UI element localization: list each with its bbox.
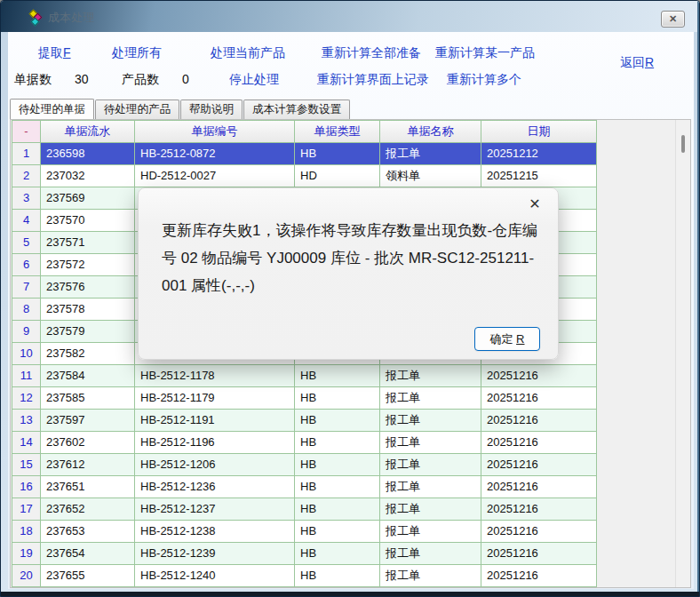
row-number-cell[interactable]: 6 <box>12 254 41 276</box>
row-number-cell[interactable]: 20 <box>12 565 41 587</box>
row-number-cell[interactable]: 12 <box>12 387 41 410</box>
table-cell[interactable]: 单据流水 <box>41 121 135 143</box>
scrollbar-thumb[interactable] <box>681 135 685 153</box>
tab-0[interactable]: 待处理的单据 <box>10 99 94 119</box>
table-cell[interactable]: 237584 <box>41 365 135 387</box>
table-cell[interactable]: HB <box>295 143 380 165</box>
process-current-product-button[interactable]: 处理当前产品 <box>211 45 285 61</box>
row-number-cell[interactable]: 8 <box>12 298 41 321</box>
table-cell[interactable]: HB <box>295 454 380 476</box>
table-cell[interactable]: 20251216 <box>481 565 597 587</box>
row-number-cell[interactable]: 5 <box>12 232 41 254</box>
table-cell[interactable]: 20251216 <box>481 476 597 498</box>
row-number-cell[interactable]: 10 <box>12 343 41 365</box>
table-cell[interactable]: 报工单 <box>380 387 481 410</box>
table-cell[interactable]: 报工单 <box>380 410 481 432</box>
table-cell[interactable]: 20251216 <box>481 454 597 476</box>
table-cell[interactable] <box>41 587 135 588</box>
table-cell[interactable]: 20251212 <box>481 143 597 165</box>
extract-button[interactable]: 提取F <box>38 45 71 61</box>
row-number-cell[interactable]: 1 <box>12 143 41 165</box>
row-number-cell[interactable]: 11 <box>12 365 41 387</box>
recalc-one-product-button[interactable]: 重新计算某一产品 <box>435 45 535 61</box>
table-cell[interactable] <box>135 587 295 588</box>
table-cell[interactable]: 单据编号 <box>135 121 295 143</box>
table-cell[interactable]: 领料单 <box>380 165 481 187</box>
table-cell[interactable]: 20251215 <box>481 165 597 187</box>
table-cell[interactable]: HB-2512-1179 <box>135 387 295 410</box>
table-cell[interactable]: 236598 <box>41 143 135 165</box>
window-close-icon[interactable]: ✕ <box>661 11 685 28</box>
table-cell[interactable]: HB-2512-1178 <box>135 365 295 387</box>
table-cell[interactable]: 报工单 <box>380 454 481 476</box>
table-cell[interactable]: 237652 <box>41 498 135 521</box>
table-cell[interactable]: 20251216 <box>481 410 597 432</box>
table-cell[interactable]: 20251216 <box>481 387 597 410</box>
return-button[interactable]: 返回R <box>620 55 654 71</box>
table-cell[interactable]: 237585 <box>41 387 135 410</box>
table-cell[interactable]: HB-2512-1196 <box>135 432 295 454</box>
table-cell[interactable]: HD-2512-0027 <box>135 165 295 187</box>
row-number-cell[interactable] <box>12 587 41 588</box>
row-number-cell[interactable]: 9 <box>12 321 41 343</box>
row-number-cell[interactable]: 18 <box>12 521 41 543</box>
table-cell[interactable]: 报工单 <box>380 476 481 498</box>
table-cell[interactable]: 报工单 <box>380 543 481 565</box>
table-cell[interactable] <box>380 587 481 588</box>
dialog-ok-button[interactable]: 确定 R <box>474 327 540 351</box>
row-number-cell[interactable]: 4 <box>12 210 41 232</box>
row-number-cell[interactable]: 15 <box>12 454 41 476</box>
row-number-cell[interactable]: - <box>12 121 41 143</box>
stop-processing-button[interactable]: 停止处理 <box>229 72 279 88</box>
row-number-cell[interactable]: 2 <box>12 165 41 187</box>
table-cell[interactable]: 237653 <box>41 521 135 543</box>
tab-3[interactable]: 成本计算参数设置 <box>243 100 350 119</box>
table-cell[interactable]: 20251216 <box>481 432 597 454</box>
table-cell[interactable]: HB-2512-1237 <box>135 498 295 521</box>
table-cell[interactable]: 报工单 <box>380 498 481 521</box>
row-number-cell[interactable]: 14 <box>12 432 41 454</box>
row-number-cell[interactable]: 7 <box>12 276 41 298</box>
table-cell[interactable]: 20251216 <box>481 543 597 565</box>
table-cell[interactable]: 报工单 <box>380 143 481 165</box>
table-cell[interactable] <box>481 587 597 588</box>
recalc-ui-records-button[interactable]: 重新计算界面上记录 <box>317 72 429 88</box>
table-cell[interactable]: 20251216 <box>481 498 597 521</box>
recalc-all-prepare-button[interactable]: 重新计算全部准备 <box>322 45 421 61</box>
table-cell[interactable]: HD <box>295 165 380 187</box>
table-cell[interactable]: 237654 <box>41 543 135 565</box>
tab-1[interactable]: 待处理的产品 <box>95 100 179 119</box>
process-all-button[interactable]: 处理所有 <box>112 45 162 61</box>
row-number-cell[interactable]: 19 <box>12 543 41 565</box>
recalc-multiple-button[interactable]: 重新计算多个 <box>447 72 521 88</box>
table-cell[interactable]: 20251216 <box>481 365 597 387</box>
table-cell[interactable]: HB-2512-1239 <box>135 543 295 565</box>
table-cell[interactable]: 237602 <box>41 432 135 454</box>
dialog-close-icon[interactable]: ✕ <box>524 194 545 215</box>
table-cell[interactable]: 237571 <box>41 232 135 254</box>
table-cell[interactable]: HB <box>295 432 380 454</box>
table-cell[interactable] <box>295 587 380 588</box>
table-cell[interactable]: 237576 <box>41 276 135 298</box>
table-cell[interactable]: 237651 <box>41 476 135 498</box>
row-number-cell[interactable]: 17 <box>12 498 41 521</box>
table-cell[interactable]: HB <box>295 410 380 432</box>
row-number-cell[interactable]: 13 <box>12 410 41 432</box>
table-cell[interactable]: HB-2512-1240 <box>135 565 295 587</box>
table-cell[interactable]: 237655 <box>41 565 135 587</box>
table-cell[interactable]: 237612 <box>41 454 135 476</box>
table-cell[interactable]: HB <box>295 387 380 410</box>
table-cell[interactable]: HB <box>295 543 380 565</box>
table-cell[interactable]: 20251216 <box>481 521 597 543</box>
table-cell[interactable]: HB <box>295 498 380 521</box>
table-cell[interactable]: 报工单 <box>380 432 481 454</box>
table-cell[interactable]: HB <box>295 521 380 543</box>
table-cell[interactable]: 报工单 <box>380 521 481 543</box>
table-cell[interactable]: HB-2512-1236 <box>135 476 295 498</box>
table-cell[interactable]: 237570 <box>41 210 135 232</box>
table-cell[interactable]: 237579 <box>41 321 135 343</box>
table-cell[interactable]: 237578 <box>41 298 135 321</box>
table-cell[interactable]: HB <box>295 365 380 387</box>
table-cell[interactable]: 237569 <box>41 187 135 210</box>
table-cell[interactable]: HB-2512-0872 <box>135 143 295 165</box>
